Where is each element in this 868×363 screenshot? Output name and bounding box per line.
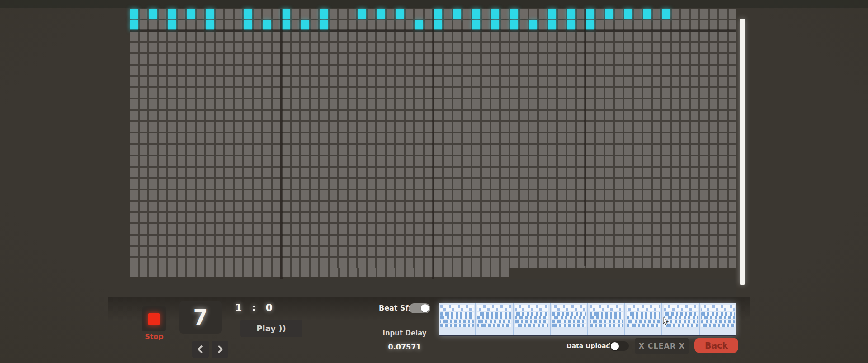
grid-cell[interactable] <box>529 258 537 268</box>
grid-cell[interactable] <box>292 32 299 41</box>
grid-cell[interactable] <box>282 258 290 268</box>
grid-cell[interactable] <box>358 77 366 86</box>
grid-cell[interactable] <box>634 247 642 256</box>
grid-cell[interactable] <box>691 145 698 155</box>
grid-cell[interactable] <box>491 156 499 166</box>
grid-cell[interactable] <box>662 32 670 41</box>
grid-cell[interactable] <box>681 145 689 155</box>
grid-cell[interactable] <box>681 9 689 19</box>
grid-cell[interactable] <box>596 247 604 256</box>
grid-cell[interactable] <box>216 54 223 64</box>
grid-cell[interactable] <box>643 20 651 30</box>
grid-cell[interactable] <box>444 77 452 86</box>
grid-cell[interactable] <box>577 156 585 166</box>
grid-cell[interactable] <box>387 66 394 75</box>
grid-cell[interactable] <box>244 213 252 222</box>
grid-cell[interactable] <box>263 145 271 155</box>
grid-cell[interactable] <box>425 32 432 41</box>
grid-cell[interactable] <box>624 88 632 98</box>
grid-cell[interactable] <box>387 77 394 86</box>
grid-cell[interactable] <box>634 258 642 268</box>
grid-cell[interactable] <box>681 224 689 234</box>
grid-cell[interactable] <box>358 54 366 64</box>
grid-cell[interactable] <box>178 268 185 277</box>
grid-cell[interactable] <box>330 66 337 75</box>
grid-cell[interactable] <box>501 43 509 52</box>
grid-cell[interactable] <box>216 156 223 166</box>
grid-cell[interactable] <box>491 268 499 277</box>
grid-cell[interactable] <box>292 190 299 200</box>
grid-cell[interactable] <box>681 168 689 177</box>
grid-cell[interactable] <box>482 190 490 200</box>
grid-cell[interactable] <box>425 258 432 268</box>
grid-cell[interactable] <box>197 156 204 166</box>
grid-cell[interactable] <box>387 236 394 245</box>
grid-cell[interactable] <box>254 32 261 41</box>
grid-cell[interactable] <box>453 247 461 256</box>
grid-cell[interactable] <box>586 190 594 200</box>
grid-cell[interactable] <box>330 179 337 189</box>
grid-cell[interactable] <box>605 258 613 268</box>
grid-cell[interactable] <box>254 133 261 143</box>
grid-cell[interactable] <box>339 213 347 222</box>
grid-cell[interactable] <box>482 168 490 177</box>
grid-cell[interactable] <box>301 54 309 64</box>
grid-cell[interactable] <box>662 145 670 155</box>
grid-cell[interactable] <box>729 224 736 234</box>
grid-cell[interactable] <box>292 168 299 177</box>
grid-cell[interactable] <box>216 99 223 109</box>
grid-cell[interactable] <box>472 202 480 211</box>
grid-cell[interactable] <box>700 99 708 109</box>
grid-cell[interactable] <box>520 122 528 132</box>
pattern-segment[interactable] <box>625 303 662 335</box>
grid-cell[interactable] <box>634 66 642 75</box>
grid-cell[interactable] <box>130 32 138 41</box>
grid-cell[interactable] <box>558 190 566 200</box>
grid-cell[interactable] <box>197 66 204 75</box>
grid-cell[interactable] <box>510 236 518 245</box>
grid-cell[interactable] <box>624 224 632 234</box>
grid-cell[interactable] <box>710 99 717 109</box>
grid-cell[interactable] <box>263 224 271 234</box>
grid-cell[interactable] <box>349 258 356 268</box>
grid-cell[interactable] <box>377 179 385 189</box>
grid-cell[interactable] <box>653 54 660 64</box>
grid-cell[interactable] <box>149 66 157 75</box>
grid-cell[interactable] <box>596 99 604 109</box>
grid-cell[interactable] <box>292 247 299 256</box>
grid-cell[interactable] <box>643 202 651 211</box>
grid-cell[interactable] <box>510 224 518 234</box>
grid-cell[interactable] <box>178 190 185 200</box>
grid-cell[interactable] <box>387 224 394 234</box>
grid-cell[interactable] <box>235 258 242 268</box>
grid-cell[interactable] <box>567 258 575 268</box>
grid-cell[interactable] <box>482 99 490 109</box>
grid-cell[interactable] <box>349 268 357 277</box>
grid-cell[interactable] <box>197 99 204 109</box>
grid-cell[interactable] <box>691 20 698 30</box>
grid-cell[interactable] <box>700 179 708 189</box>
grid-cell[interactable] <box>368 247 375 256</box>
grid-cell[interactable] <box>558 43 566 52</box>
grid-cell[interactable] <box>225 156 233 166</box>
grid-cell[interactable] <box>349 133 356 143</box>
grid-cell[interactable] <box>624 54 632 64</box>
grid-cell[interactable] <box>539 168 547 177</box>
grid-cell[interactable] <box>596 179 604 189</box>
grid-cell[interactable] <box>178 66 185 75</box>
grid-cell[interactable] <box>567 213 575 222</box>
grid-cell[interactable] <box>472 268 480 277</box>
grid-cell[interactable] <box>263 247 271 256</box>
grid-cell[interactable] <box>634 156 642 166</box>
grid-cell[interactable] <box>596 145 604 155</box>
grid-cell[interactable] <box>140 133 147 143</box>
grid-cell[interactable] <box>539 202 547 211</box>
grid-cell[interactable] <box>254 20 261 30</box>
grid-cell[interactable] <box>672 179 679 189</box>
grid-cell[interactable] <box>520 258 528 268</box>
grid-cell[interactable] <box>729 20 736 30</box>
grid-cell[interactable] <box>149 268 157 277</box>
grid-cell[interactable] <box>719 77 727 86</box>
grid-cell[interactable] <box>501 236 509 245</box>
grid-cell[interactable] <box>577 54 585 64</box>
